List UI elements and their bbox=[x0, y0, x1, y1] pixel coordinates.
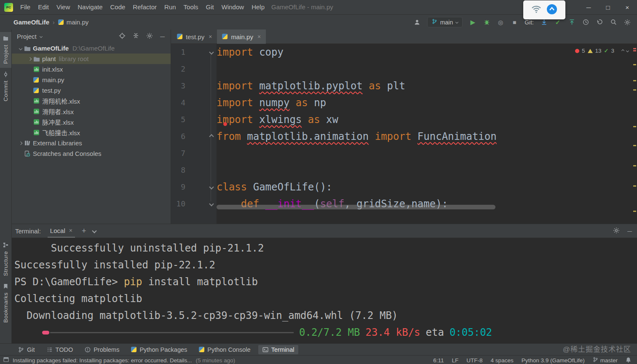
terminal-output[interactable]: Successfully uninstalled pip-21.1.2Succe… bbox=[12, 238, 637, 343]
coverage-button[interactable]: ◎ bbox=[497, 18, 504, 27]
code-line[interactable]: import numpy as np bbox=[217, 94, 637, 111]
quick-access-icon[interactable] bbox=[3, 357, 9, 364]
menu-window[interactable]: Window bbox=[218, 0, 248, 14]
panel-settings-icon[interactable] bbox=[146, 32, 153, 40]
code-line[interactable] bbox=[217, 145, 637, 162]
code-line[interactable] bbox=[217, 61, 637, 78]
close-tab-icon[interactable]: × bbox=[257, 33, 261, 40]
close-button[interactable]: × bbox=[618, 0, 637, 14]
search-everywhere-button[interactable] bbox=[610, 18, 617, 27]
tool-button-problems[interactable]: Problems bbox=[80, 345, 123, 354]
terminal-settings-icon[interactable] bbox=[613, 227, 620, 235]
breadcrumb-project[interactable]: GameOfLife bbox=[13, 19, 49, 26]
tree-item-test-py[interactable]: test.py bbox=[12, 85, 171, 96]
status-message[interactable]: Installing packages failed: Installing p… bbox=[13, 357, 192, 364]
push-button[interactable] bbox=[568, 18, 575, 27]
tool-button-todo[interactable]: TODO bbox=[43, 345, 78, 354]
status-item-lf[interactable]: LF bbox=[452, 357, 459, 364]
notifications-icon[interactable] bbox=[626, 357, 631, 364]
tree-item-init-xlsx[interactable]: init.xlsx bbox=[12, 64, 171, 75]
locate-file-icon[interactable] bbox=[119, 32, 126, 40]
menu-tools[interactable]: Tools bbox=[180, 0, 202, 14]
minimize-button[interactable]: ─ bbox=[579, 0, 598, 14]
tree-item-xlsx[interactable]: 滑翔者.xlsx bbox=[12, 106, 171, 117]
tree-item-external-libraries[interactable]: External Libraries bbox=[12, 138, 171, 148]
menu-edit[interactable]: Edit bbox=[34, 0, 53, 14]
project-panel-title[interactable]: Project bbox=[17, 33, 42, 40]
code-area[interactable]: import copyimport matplotlib.pyplot as p… bbox=[217, 44, 637, 224]
menu-code[interactable]: Code bbox=[106, 0, 129, 14]
close-tab-icon[interactable]: × bbox=[209, 33, 212, 40]
code-line[interactable]: class GameOfLife(): bbox=[217, 179, 637, 195]
tree-item-label: plant bbox=[42, 55, 56, 62]
history-button[interactable] bbox=[582, 18, 589, 27]
tool-button-python-console[interactable]: Python Console bbox=[195, 345, 254, 354]
code-line[interactable]: import matplotlib.pyplot as plt bbox=[217, 78, 637, 94]
menu-run[interactable]: Run bbox=[161, 0, 180, 14]
terminal-tab-local[interactable]: Local × bbox=[48, 224, 75, 238]
code-line[interactable]: import copy bbox=[217, 44, 637, 61]
left-tool-stripe: ProjectCommit StructureBookmarks bbox=[0, 29, 12, 343]
tree-item-xlsx[interactable]: 飞船撞击.xlsx bbox=[12, 127, 171, 138]
editor-tab-test-py[interactable]: test.py× bbox=[172, 29, 217, 44]
menu-file[interactable]: File bbox=[16, 0, 34, 14]
run-button[interactable]: ▶ bbox=[469, 18, 476, 27]
editor[interactable]: 12345678910 import copyimport matplotlib… bbox=[171, 44, 637, 224]
new-session-button[interactable]: + bbox=[82, 227, 86, 236]
code-lines: import copyimport matplotlib.pyplot as p… bbox=[217, 44, 637, 212]
fold-down-icon[interactable] bbox=[208, 195, 215, 212]
menu-help[interactable]: Help bbox=[248, 0, 268, 14]
chevron-right-icon[interactable] bbox=[17, 142, 24, 145]
settings-button[interactable] bbox=[624, 18, 631, 27]
fold-down-icon[interactable] bbox=[208, 179, 215, 195]
menu-refactor[interactable]: Refactor bbox=[129, 0, 161, 14]
inspections-widget[interactable]: 5 13 ✓ 3 bbox=[575, 48, 629, 54]
code-line[interactable]: import xlwings as xw bbox=[217, 111, 637, 128]
tool-stripe-structure[interactable]: Structure bbox=[0, 238, 11, 280]
maximize-button[interactable]: □ bbox=[598, 0, 618, 14]
tree-item-main-py[interactable]: main.py bbox=[12, 75, 171, 85]
terminal-dropdown-button[interactable] bbox=[93, 229, 96, 233]
fold-up-icon[interactable] bbox=[208, 128, 215, 145]
tool-stripe-bookmarks[interactable]: Bookmarks bbox=[0, 280, 11, 327]
close-tab-icon[interactable]: × bbox=[69, 227, 72, 234]
tool-stripe-project[interactable]: Project bbox=[0, 32, 11, 68]
chevron-right-icon[interactable] bbox=[26, 58, 33, 60]
status-item-python-3-9-gameoflife[interactable]: Python 3.9 (GameOfLife) bbox=[522, 357, 585, 364]
undo-button[interactable] bbox=[596, 18, 603, 27]
editor-tab-main-py[interactable]: main.py× bbox=[217, 29, 266, 44]
debug-button[interactable] bbox=[483, 18, 490, 27]
fold-down-icon[interactable] bbox=[208, 44, 215, 61]
menu-navigate[interactable]: Navigate bbox=[74, 0, 106, 14]
next-problem-icon[interactable] bbox=[626, 49, 629, 52]
status-item-utf-8[interactable]: UTF-8 bbox=[466, 357, 482, 364]
hide-panel-icon[interactable]: ─ bbox=[160, 33, 165, 40]
stop-button[interactable]: ■ bbox=[511, 18, 518, 27]
tool-button-terminal[interactable]: Terminal bbox=[258, 345, 299, 354]
status-item-4-spaces[interactable]: 4 spaces bbox=[491, 357, 514, 364]
chevron-down-icon[interactable] bbox=[17, 47, 24, 50]
code-line[interactable]: def __init__(self, gridSize,name): bbox=[217, 195, 637, 212]
user-icon[interactable] bbox=[413, 18, 421, 27]
tree-item-gameoflife[interactable]: GameOfLifeD:\GameOfLife bbox=[12, 43, 171, 54]
hide-terminal-button[interactable]: ─ bbox=[627, 228, 632, 235]
tool-stripe-commit[interactable]: Commit bbox=[0, 68, 11, 105]
status-item-6-11[interactable]: 6:11 bbox=[433, 357, 444, 364]
collapse-all-icon[interactable] bbox=[133, 32, 139, 40]
code-line[interactable] bbox=[217, 162, 637, 179]
code-line[interactable]: from matplotlib.animation import FuncAni… bbox=[217, 128, 637, 145]
tree-item-plant[interactable]: plantlibrary root bbox=[12, 54, 171, 64]
tree-item-xlsx[interactable]: 滑翔机枪.xlsx bbox=[12, 96, 171, 106]
tree-item-scratches-and-consoles[interactable]: Scratches and Consoles bbox=[12, 148, 171, 159]
tool-button-python-packages[interactable]: Python Packages bbox=[127, 345, 191, 354]
menu-view[interactable]: View bbox=[53, 0, 74, 14]
tree-item-xlsx[interactable]: 脉冲星.xlsx bbox=[12, 117, 171, 127]
horizontal-scrollbar[interactable] bbox=[217, 205, 495, 209]
prev-problem-icon[interactable] bbox=[621, 49, 624, 52]
menu-git[interactable]: Git bbox=[202, 0, 218, 14]
branch-selector[interactable]: main bbox=[427, 17, 463, 27]
editor-scrollbar[interactable] bbox=[632, 44, 637, 224]
tool-button-git[interactable]: Git bbox=[14, 345, 39, 354]
breadcrumb-file[interactable]: main.py bbox=[67, 19, 89, 26]
status-branch-widget[interactable]: master bbox=[593, 357, 618, 364]
